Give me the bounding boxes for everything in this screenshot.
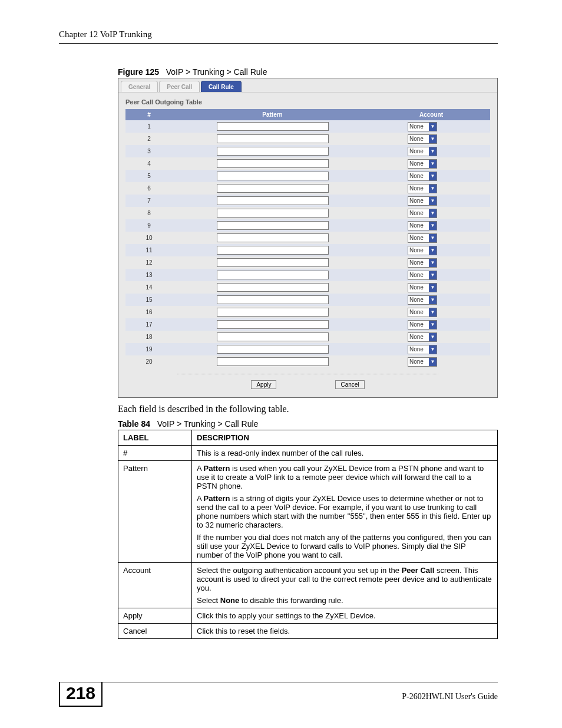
- pattern-input[interactable]: [217, 172, 329, 180]
- select-value: None: [409, 358, 424, 365]
- chevron-down-icon[interactable]: ▼: [429, 234, 437, 242]
- text: is used when you call your ZyXEL Device …: [197, 464, 484, 490]
- pattern-input[interactable]: [217, 357, 329, 366]
- account-select[interactable]: None▼: [408, 295, 437, 305]
- chevron-down-icon[interactable]: ▼: [429, 358, 437, 366]
- account-select[interactable]: None▼: [408, 221, 437, 230]
- table-head: # Pattern Account: [125, 109, 490, 120]
- tab-call-rule[interactable]: Call Rule: [201, 81, 242, 92]
- pattern-input[interactable]: [217, 134, 329, 143]
- pattern-input[interactable]: [217, 209, 329, 218]
- chevron-down-icon[interactable]: ▼: [429, 296, 437, 304]
- account-select[interactable]: None▼: [408, 134, 437, 144]
- table-row: 6None▼: [125, 182, 490, 195]
- chevron-down-icon[interactable]: ▼: [429, 160, 437, 168]
- row-index: 12: [125, 257, 173, 268]
- peer-call-table: # Pattern Account 1None▼2None▼3None▼4Non…: [125, 109, 490, 368]
- pattern-input[interactable]: [217, 147, 329, 156]
- row-index: 1: [125, 121, 173, 132]
- pattern-input[interactable]: [217, 196, 329, 205]
- pattern-input[interactable]: [217, 233, 329, 242]
- select-value: None: [409, 259, 424, 266]
- account-select[interactable]: None▼: [408, 159, 437, 169]
- pattern-input[interactable]: [217, 159, 329, 168]
- chevron-down-icon[interactable]: ▼: [429, 259, 437, 267]
- account-select[interactable]: None▼: [408, 209, 437, 218]
- text: Select: [197, 596, 220, 605]
- chevron-down-icon[interactable]: ▼: [429, 321, 437, 329]
- pattern-input[interactable]: [217, 184, 329, 193]
- account-select[interactable]: None▼: [408, 147, 437, 156]
- chevron-down-icon[interactable]: ▼: [429, 197, 437, 205]
- pattern-cell: [173, 206, 372, 220]
- chevron-down-icon[interactable]: ▼: [429, 135, 437, 143]
- table-row: 10None▼: [125, 232, 490, 244]
- chevron-down-icon[interactable]: ▼: [429, 271, 437, 279]
- chevron-down-icon[interactable]: ▼: [429, 345, 437, 354]
- table-label: Table 84: [118, 419, 150, 429]
- cancel-button[interactable]: Cancel: [335, 380, 364, 389]
- table-row: Cancel Click this to reset the fields.: [118, 624, 498, 639]
- pattern-input[interactable]: [217, 308, 329, 317]
- account-select[interactable]: None▼: [408, 332, 437, 342]
- pattern-input[interactable]: [217, 295, 329, 304]
- table-row: 9None▼: [125, 219, 490, 232]
- select-value: None: [409, 235, 424, 241]
- account-select[interactable]: None▼: [408, 233, 437, 243]
- account-select[interactable]: None▼: [408, 345, 437, 354]
- chevron-down-icon[interactable]: ▼: [429, 209, 437, 218]
- select-value: None: [409, 222, 424, 229]
- chevron-down-icon[interactable]: ▼: [429, 147, 437, 156]
- row-index: 9: [125, 220, 173, 231]
- account-select[interactable]: None▼: [408, 196, 437, 206]
- account-select[interactable]: None▼: [408, 271, 437, 280]
- pattern-input[interactable]: [217, 332, 329, 341]
- table-row: 5None▼: [125, 170, 490, 182]
- chevron-down-icon[interactable]: ▼: [429, 246, 437, 255]
- pattern-input[interactable]: [217, 221, 329, 230]
- pattern-input[interactable]: [217, 258, 329, 267]
- account-select[interactable]: None▼: [408, 258, 437, 268]
- account-select[interactable]: None▼: [408, 320, 437, 330]
- table-row: 3None▼: [125, 145, 490, 157]
- chevron-down-icon[interactable]: ▼: [429, 333, 437, 341]
- text: If the number you dial does not match an…: [197, 533, 492, 559]
- chevron-down-icon[interactable]: ▼: [429, 222, 437, 230]
- table-row: Account Select the outgoing authenticati…: [118, 563, 498, 608]
- account-select[interactable]: None▼: [408, 283, 437, 292]
- chevron-down-icon[interactable]: ▼: [429, 284, 437, 292]
- pattern-cell: [173, 243, 372, 257]
- table-row: 8None▼: [125, 207, 490, 219]
- figure-label: Figure 125: [118, 67, 159, 77]
- chevron-down-icon[interactable]: ▼: [429, 123, 437, 131]
- pattern-cell: [173, 132, 372, 146]
- cell-label: Account: [118, 563, 192, 608]
- account-select[interactable]: None▼: [408, 357, 437, 367]
- account-select[interactable]: None▼: [408, 308, 437, 317]
- apply-button[interactable]: Apply: [251, 380, 276, 389]
- pattern-input[interactable]: [217, 122, 329, 131]
- chevron-down-icon[interactable]: ▼: [429, 185, 437, 193]
- pattern-input[interactable]: [217, 320, 329, 329]
- account-select[interactable]: None▼: [408, 246, 437, 255]
- pattern-cell: [173, 293, 372, 307]
- row-index: 7: [125, 195, 173, 206]
- pattern-input[interactable]: [217, 283, 329, 292]
- chevron-down-icon[interactable]: ▼: [429, 308, 437, 317]
- account-select[interactable]: None▼: [408, 184, 437, 193]
- tab-general[interactable]: General: [121, 81, 158, 92]
- pattern-input[interactable]: [217, 345, 329, 354]
- head-pattern: Pattern: [173, 109, 372, 120]
- chevron-down-icon[interactable]: ▼: [429, 172, 437, 180]
- table-row: 18None▼: [125, 331, 490, 343]
- account-select[interactable]: None▼: [408, 122, 437, 131]
- pattern-input[interactable]: [217, 246, 329, 255]
- pattern-cell: [173, 157, 372, 170]
- pattern-cell: [173, 120, 372, 133]
- pattern-input[interactable]: [217, 271, 329, 279]
- pattern-cell: [173, 256, 372, 269]
- account-select[interactable]: None▼: [408, 172, 437, 181]
- cell-label: Apply: [118, 608, 192, 624]
- tab-peer-call[interactable]: Peer Call: [159, 81, 200, 92]
- table-row: 2None▼: [125, 133, 490, 145]
